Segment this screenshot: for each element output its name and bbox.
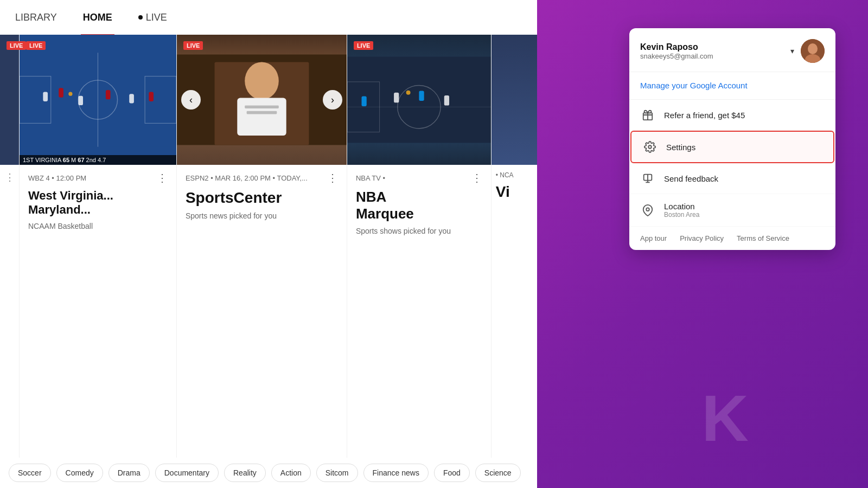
tab-library[interactable]: LIBRARY: [13, 1, 59, 36]
card-nbatv-title: NBAMarquee: [356, 189, 482, 222]
svg-rect-9: [129, 94, 134, 103]
svg-rect-5: [43, 92, 48, 101]
footer-privacy[interactable]: Privacy Policy: [680, 234, 724, 242]
gift-icon: [640, 107, 655, 123]
user-display-name: Kevin Raposo: [640, 42, 784, 52]
settings-label: Settings: [666, 143, 695, 152]
tab-live[interactable]: LIVE: [136, 1, 169, 36]
footer-app-tour[interactable]: App tour: [640, 234, 667, 242]
cards-area: ⋮: [0, 35, 537, 458]
location-text-group: Location Boston Area: [664, 202, 699, 219]
watermark-k: K: [701, 381, 749, 455]
settings-gear-icon: [642, 139, 658, 155]
card-nbatv: LIVE NBA TV • ⋮ NBAMarquee Sports shows …: [347, 35, 492, 458]
location-pin-icon: [640, 203, 655, 218]
nav-tabs: LIBRARY HOME LIVE: [13, 0, 169, 35]
card-wbz-subtitle: NCAAM Basketball: [28, 222, 168, 230]
svg-point-38: [646, 208, 649, 211]
menu-item-feedback[interactable]: Send feedback: [629, 163, 835, 194]
dropdown-arrow-toggle[interactable]: ▾: [790, 47, 794, 55]
chip-documentary[interactable]: Documentary: [155, 464, 219, 482]
card-espn2-channel: ESPN2 • MAR 16, 2:00 PM • TODAY,... ⋮: [186, 171, 338, 184]
card-wbz-more[interactable]: ⋮: [157, 171, 168, 184]
svg-rect-7: [78, 96, 83, 105]
svg-rect-18: [347, 57, 491, 143]
card-wbz-channel: WBZ 4 • 12:00 PM ⋮: [28, 171, 168, 184]
svg-rect-23: [394, 93, 399, 103]
chip-science[interactable]: Science: [475, 464, 521, 482]
svg-point-26: [406, 91, 410, 95]
svg-point-28: [808, 43, 818, 54]
basketball-court-bg: [20, 35, 176, 165]
menu-item-refer[interactable]: Refer a friend, get $45: [629, 100, 835, 131]
card-espn2-subtitle: Sports news picked for you: [186, 211, 338, 220]
dropdown-header: Kevin Raposo snakeeys5@gmail.com ▾: [629, 28, 835, 72]
live-badge-wbz: LIVE: [26, 41, 46, 50]
svg-rect-10: [149, 92, 154, 101]
svg-rect-15: [237, 98, 286, 136]
card-wbz-thumbnail: LIVE 1ST VIRGINIA 65 M 67 2nd 4.7: [20, 35, 176, 165]
live-indicator-dot: [138, 15, 143, 20]
svg-point-14: [245, 62, 279, 100]
main-content: LIBRARY HOME LIVE ⋮: [0, 0, 537, 488]
card-espn2-thumbnail: › ‹ LIVE: [177, 35, 347, 165]
user-avatar[interactable]: [801, 39, 825, 63]
tab-home[interactable]: HOME: [81, 1, 114, 36]
chip-soccer[interactable]: Soccer: [9, 464, 51, 482]
live-badge-espn2: LIVE: [183, 41, 203, 50]
partial-channel: • NCA: [496, 171, 533, 179]
live-badge-nbatv: LIVE: [354, 41, 373, 50]
chip-finance[interactable]: Finance news: [363, 464, 429, 482]
card-wbz-title: West Virginia...Maryland...: [28, 189, 168, 217]
svg-point-33: [648, 145, 652, 149]
card-espn2-title: SportsCenter: [186, 189, 338, 207]
user-email-display: snakeeys5@gmail.com: [640, 52, 784, 60]
svg-rect-16: [245, 105, 279, 108]
menu-item-settings[interactable]: Settings: [630, 131, 834, 163]
category-chips: Soccer Comedy Drama Documentary Reality …: [0, 458, 537, 488]
chip-action[interactable]: Action: [271, 464, 311, 482]
card-edge-left: ⋮: [0, 35, 20, 458]
menu-item-location[interactable]: Location Boston Area: [629, 194, 835, 227]
location-sublabel: Boston Area: [664, 211, 699, 219]
footer-links: App tour Privacy Policy Terms of Service: [629, 227, 835, 250]
chip-comedy[interactable]: Comedy: [56, 464, 103, 482]
svg-rect-17: [247, 111, 277, 114]
header: LIBRARY HOME LIVE: [0, 0, 537, 35]
scoreboard-wbz: 1ST VIRGINIA 65 M 67 2nd 4.7: [20, 155, 176, 165]
card-espn2-info: ESPN2 • MAR 16, 2:00 PM • TODAY,... ⋮ Sp…: [177, 165, 347, 227]
svg-rect-6: [59, 88, 63, 97]
manage-account-section: Manage your Google Account: [629, 72, 835, 100]
card-espn2-more[interactable]: ⋮: [327, 171, 338, 184]
card-partial-right: LIVE • NCA Vi: [492, 35, 537, 458]
nav-arrow-left-espn2[interactable]: ‹: [181, 90, 201, 110]
svg-rect-8: [106, 90, 111, 99]
chip-drama[interactable]: Drama: [108, 464, 150, 482]
manage-account-link[interactable]: Manage your Google Account: [640, 81, 748, 90]
partial-title: Vi: [496, 183, 533, 201]
chip-reality[interactable]: Reality: [224, 464, 266, 482]
svg-point-11: [68, 92, 72, 96]
chip-sitcom[interactable]: Sitcom: [316, 464, 358, 482]
card-nbatv-channel: NBA TV • ⋮: [356, 171, 482, 184]
card-nbatv-info: NBA TV • ⋮ NBAMarquee Sports shows picke…: [347, 165, 491, 242]
card-wbz: LIVE 1ST VIRGINIA 65 M 67 2nd 4.7 WBZ 4 …: [20, 35, 177, 458]
user-name-email: Kevin Raposo snakeeys5@gmail.com: [640, 42, 784, 60]
card-wbz-info: WBZ 4 • 12:00 PM ⋮ West Virginia...Maryl…: [20, 165, 176, 237]
feedback-label: Send feedback: [664, 174, 718, 183]
card-espn2: › ‹ LIVE ESPN2 • MAR 16, 2:00 PM • TODAY…: [177, 35, 347, 458]
user-dropdown-panel: Kevin Raposo snakeeys5@gmail.com ▾ Manag…: [629, 28, 835, 250]
card-nbatv-thumbnail: LIVE: [347, 35, 491, 165]
card-edge-thumbnail: [0, 35, 19, 165]
refer-label: Refer a friend, get $45: [664, 111, 745, 120]
card-nbatv-subtitle: Sports shows picked for you: [356, 227, 482, 235]
card-nbatv-more[interactable]: ⋮: [471, 171, 482, 184]
svg-rect-24: [419, 91, 424, 101]
footer-terms[interactable]: Terms of Service: [737, 234, 789, 242]
svg-rect-22: [361, 96, 366, 106]
feedback-flag-icon: [640, 171, 655, 186]
card-edge-more[interactable]: ⋮: [2, 171, 17, 183]
nav-arrow-right-espn2[interactable]: ›: [323, 90, 342, 110]
chip-food[interactable]: Food: [434, 464, 470, 482]
location-label: Location: [664, 202, 699, 211]
